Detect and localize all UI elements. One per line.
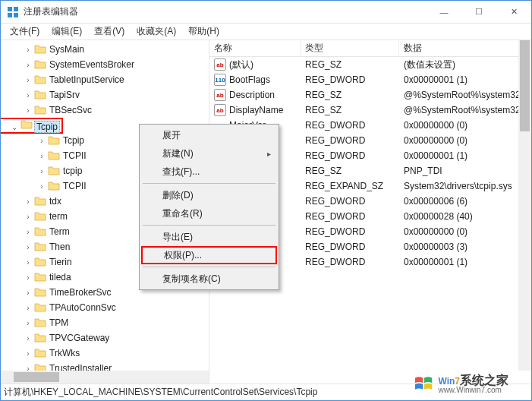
value-type: REG_SZ <box>301 166 399 176</box>
expand-icon[interactable]: › <box>24 45 33 54</box>
tree-item-tapisrv[interactable]: ›TapiSrv <box>1 87 209 103</box>
expand-icon[interactable]: › <box>24 197 33 206</box>
status-path: 计算机\HKEY_LOCAL_MACHINE\SYSTEM\CurrentCon… <box>4 386 317 399</box>
tree-item-tpautoconnsvc[interactable]: ›TPAutoConnSvc <box>1 300 209 315</box>
folder-icon <box>34 59 46 70</box>
expand-icon[interactable]: › <box>37 151 46 160</box>
value-data: 0x00000001 (1) <box>399 257 531 267</box>
menu-item-permissions[interactable]: 权限(P)... <box>141 246 277 264</box>
expand-icon[interactable]: › <box>24 227 33 236</box>
expand-icon[interactable]: › <box>24 288 33 297</box>
tree-label: TBSecSvc <box>49 105 92 115</box>
minimize-button[interactable]: — <box>427 1 461 24</box>
value-type: REG_DWORD <box>301 242 399 252</box>
value-row[interactable]: abDescriptionREG_SZ@%SystemRoot%\system3… <box>209 87 531 103</box>
value-type: REG_SZ <box>301 105 399 115</box>
tree-horizontal-scrollbar[interactable] <box>1 371 209 384</box>
maximize-button[interactable]: ☐ <box>461 1 496 24</box>
expand-icon[interactable]: › <box>24 349 33 358</box>
tree-label: TapiSrv <box>49 90 80 100</box>
expand-icon[interactable]: › <box>24 212 33 221</box>
expand-icon[interactable]: › <box>24 106 33 115</box>
expand-icon[interactable]: ⌄ <box>10 122 19 131</box>
value-row[interactable]: ab(默认)REG_SZ(数值未设置) <box>209 57 531 72</box>
menu-view[interactable]: 查看(V) <box>88 24 131 39</box>
value-type: REG_SZ <box>301 59 399 70</box>
tree-label: TimeBrokerSvc <box>49 287 112 298</box>
expand-icon[interactable]: › <box>24 75 33 84</box>
value-type: REG_SZ <box>301 90 399 100</box>
menu-help[interactable]: 帮助(H) <box>182 24 225 39</box>
menu-favorites[interactable]: 收藏夹(A) <box>131 24 182 39</box>
tree-label: tcpip <box>63 166 82 176</box>
menu-item-delete[interactable]: 删除(D) <box>141 186 277 204</box>
value-data: 0x00000001 (1) <box>399 150 531 161</box>
tree-item-sysmain[interactable]: ›SysMain <box>1 42 209 57</box>
folder-icon <box>48 150 60 161</box>
tree-item-systemeventsbroker[interactable]: ›SystemEventsBroker <box>1 57 209 72</box>
menu-item-expand[interactable]: 展开 <box>141 126 277 144</box>
expand-icon[interactable]: › <box>37 166 46 175</box>
watermark-brand-win: Win <box>438 376 455 387</box>
menu-item-rename[interactable]: 重命名(R) <box>141 204 277 223</box>
column-header-type[interactable]: 类型 <box>301 40 399 56</box>
tree-context-menu: 展开 新建(N) 查找(F)... 删除(D) 重命名(R) 导出(E) 权限(… <box>139 124 279 290</box>
tree-item-tpvcgateway[interactable]: ›TPVCGateway <box>1 330 209 346</box>
expand-icon[interactable]: › <box>24 273 33 282</box>
tree-label: Term <box>49 226 70 237</box>
expand-icon[interactable]: › <box>24 333 33 343</box>
expand-icon[interactable]: › <box>24 303 33 312</box>
tree-item-tbsecsvc[interactable]: ›TBSecSvc <box>1 103 209 118</box>
svg-rect-2 <box>8 13 12 17</box>
folder-icon <box>34 44 46 55</box>
column-header-name[interactable]: 名称 <box>209 40 301 56</box>
string-value-icon: ab <box>214 89 226 101</box>
folder-icon <box>34 242 46 252</box>
svg-rect-0 <box>8 7 12 11</box>
folder-icon <box>34 348 46 358</box>
value-data: 0x00000000 (0) <box>399 226 531 237</box>
expand-icon[interactable]: › <box>24 60 33 69</box>
tree-label: TrkWks <box>49 348 80 358</box>
value-data: 0x00000000 (0) <box>399 120 531 131</box>
menu-item-copy-key-name[interactable]: 复制项名称(C) <box>141 270 277 288</box>
folder-icon <box>48 166 60 176</box>
folder-icon <box>34 257 46 267</box>
tree-label: Tcpip <box>63 135 84 146</box>
window-title: 注册表编辑器 <box>24 5 427 18</box>
menu-item-find[interactable]: 查找(F)... <box>141 163 277 181</box>
value-type: REG_EXPAND_SZ <box>301 181 399 191</box>
tree-label: TPAutoConnSvc <box>49 302 116 313</box>
tree-label: Tcpip <box>34 121 60 133</box>
value-type: REG_DWORD <box>301 135 399 146</box>
expand-icon[interactable]: › <box>24 242 33 251</box>
value-data: PNP_TDI <box>399 166 531 176</box>
expand-icon[interactable]: › <box>37 136 46 145</box>
folder-icon <box>48 135 60 146</box>
expand-icon[interactable]: › <box>24 257 33 267</box>
tree-label: SystemEventsBroker <box>49 59 134 70</box>
value-row[interactable]: 110BootFlagsREG_DWORD0x00000001 (1) <box>209 72 531 87</box>
folder-icon <box>34 272 46 283</box>
value-data: (数值未设置) <box>399 58 531 71</box>
value-data: 0x00000003 (3) <box>399 242 531 252</box>
menu-item-export[interactable]: 导出(E) <box>141 228 277 246</box>
tree-item-tpm[interactable]: ›TPM <box>1 315 209 330</box>
expand-icon[interactable]: › <box>24 318 33 327</box>
value-data: 0x00000000 (0) <box>399 135 531 146</box>
list-vertical-scrollbar[interactable] <box>518 40 531 371</box>
menu-item-new[interactable]: 新建(N) <box>141 144 277 163</box>
column-header-data[interactable]: 数据 <box>399 40 531 56</box>
menu-separator <box>143 183 275 184</box>
expand-icon[interactable]: › <box>24 90 33 99</box>
menu-edit[interactable]: 编辑(E) <box>46 24 88 39</box>
tree-item-trkwks[interactable]: ›TrkWks <box>1 346 209 361</box>
tree-label: term <box>49 211 68 222</box>
value-name: Description <box>229 90 275 100</box>
folder-icon <box>34 196 46 207</box>
tree-item-tabletinputservice[interactable]: ›TabletInputService <box>1 72 209 87</box>
close-button[interactable]: ✕ <box>496 1 531 24</box>
value-row[interactable]: abDisplayNameREG_SZ@%SystemRoot%\system3… <box>209 103 531 118</box>
expand-icon[interactable]: › <box>37 182 46 191</box>
menu-file[interactable]: 文件(F) <box>4 24 46 39</box>
